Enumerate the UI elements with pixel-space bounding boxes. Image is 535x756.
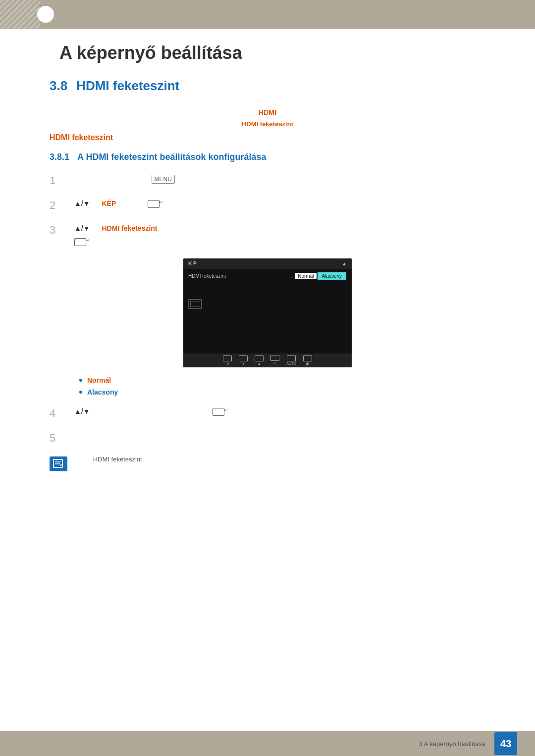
note-svg-icon xyxy=(53,459,64,469)
screen-value-normal: Normál xyxy=(295,273,317,279)
footer-chapter-text: 3 A képernyő beállítása xyxy=(419,740,485,748)
step-3-arrows: ▲/▼ xyxy=(74,224,90,232)
step-4-arrows: ▲/▼ xyxy=(74,407,90,415)
subsection-title: A HDMI feketeszint beállítások konfigurá… xyxy=(77,152,266,162)
step-5: 5 xyxy=(50,431,485,445)
step-1: 1 MENU xyxy=(50,173,485,187)
screen-mockup-container: K P ▲ HDMI feketeszint : Normál Alacsony xyxy=(50,258,485,367)
screen-btn-icon-3 xyxy=(255,355,264,361)
hdmi-intro: HDMI HDMI feketeszint HDMI feketeszint xyxy=(50,108,485,142)
step-3-highlight: HDMI feketeszint xyxy=(102,224,158,232)
screen-btn-4: ↩ xyxy=(270,355,279,365)
bullet-list: Normál Alacsony xyxy=(79,376,485,396)
hdmi-def-row: HDMI feketeszint xyxy=(50,133,485,142)
screen-btn-text-auto: AUTO xyxy=(286,362,296,365)
screen-menu-row: HDMI feketeszint : Normál Alacsony xyxy=(183,270,352,282)
note-text: HDMI feketeszint xyxy=(73,455,485,463)
screen-top-label: K P xyxy=(188,261,197,266)
page-title: A képernyő beállítása xyxy=(59,43,495,63)
screen-btn-text-power: ⏻ xyxy=(306,362,309,365)
step-2-arrows: ▲/▼ xyxy=(74,200,90,207)
step-5-content xyxy=(74,431,485,443)
step-5-num: 5 xyxy=(50,431,74,445)
step-5-text xyxy=(74,432,76,440)
note-row: HDMI feketeszint xyxy=(50,455,485,471)
menu-key: MENU xyxy=(152,175,175,184)
svg-rect-0 xyxy=(54,459,62,467)
screen-btn-auto: AUTO xyxy=(286,355,296,365)
screen-btn-text-3: ▲ xyxy=(258,362,261,365)
screen-mockup: K P ▲ HDMI feketeszint : Normál Alacsony xyxy=(183,258,352,367)
step-2: 2 ▲/▼ KÉP ↩ xyxy=(50,198,485,212)
section-title: HDMI feketeszint xyxy=(76,78,179,94)
screen-value-selected: Alacsony xyxy=(318,272,346,280)
hdmi-intro-label: HDMI feketeszint xyxy=(242,120,293,128)
page-title-area: A képernyő beállítása xyxy=(0,29,535,73)
subsection-heading: 3.8.1 A HDMI feketeszint beállítások kon… xyxy=(50,152,485,162)
section-heading: 3.8 HDMI feketeszint xyxy=(50,78,485,94)
hdmi-def-text: HDMI feketeszint xyxy=(50,133,113,142)
bullet-dot-alacsony xyxy=(79,391,82,394)
screen-btn-2: ▼ xyxy=(239,355,248,365)
hdmi-intro-center: HDMI xyxy=(50,108,485,116)
bullet-label-normal: Normál xyxy=(87,376,111,384)
step-1-num: 1 xyxy=(50,173,74,187)
bullet-label-alacsony: Alacsony xyxy=(87,388,118,396)
screen-btn-icon-auto xyxy=(287,355,296,361)
step-2-content: ▲/▼ KÉP ↩ xyxy=(74,198,485,210)
screen-btn-power: ⏻ xyxy=(303,355,312,365)
screen-top-arrow: ▲ xyxy=(342,261,347,266)
screen-btn-3: ▲ xyxy=(255,355,264,365)
screen-btn-icon-4 xyxy=(270,355,279,361)
screen-btn-1: ◄ xyxy=(223,355,232,365)
main-content: 3.8 HDMI feketeszint HDMI HDMI feketeszi… xyxy=(0,73,535,511)
screen-btn-text-2: ▼ xyxy=(242,362,245,365)
screen-menu-label: HDMI feketeszint xyxy=(188,273,290,279)
subsection-num: 3.8.1 xyxy=(50,152,69,162)
step-2-num: 2 xyxy=(50,198,74,212)
bullet-item-alacsony: Alacsony xyxy=(79,388,485,396)
note-content: HDMI feketeszint xyxy=(73,455,194,463)
footer-page-num: 43 xyxy=(494,732,517,755)
step-4-num: 4 xyxy=(50,406,74,420)
section-num: 3.8 xyxy=(50,78,67,94)
screen-bottom-bar: ◄ ▼ ▲ ↩ AUTO xyxy=(183,353,352,367)
footer: 3 A képernyő beállítása 43 xyxy=(0,731,535,756)
top-header xyxy=(0,0,535,29)
header-circle xyxy=(37,6,54,23)
step-3-num: 3 xyxy=(50,223,74,237)
note-highlight: HDMI feketeszint xyxy=(93,455,142,463)
step-4-content: ▲/▼ ↩ xyxy=(74,406,485,418)
step-4: 4 ▲/▼ ↩ xyxy=(50,406,485,420)
step-1-content: MENU xyxy=(74,173,485,185)
step-3: 3 ▲/▼ HDMI feketeszint ↩ xyxy=(50,223,485,247)
step-3-content: ▲/▼ HDMI feketeszint ↩ xyxy=(74,223,485,247)
step-4-text xyxy=(102,407,208,415)
screen-btn-icon-2 xyxy=(239,355,248,361)
screen-top-bar: K P ▲ xyxy=(183,258,352,269)
step-2-icon: ↩ xyxy=(148,200,160,208)
step-3-btn-icon: ↩ xyxy=(74,238,86,246)
screen-btn-icon-1 xyxy=(223,355,232,361)
bullet-item-normal: Normál xyxy=(79,376,485,384)
step-1-text: MENU xyxy=(74,175,217,183)
screen-btn-icon-power xyxy=(303,355,312,361)
step-2-highlight: KÉP xyxy=(102,200,116,207)
screen-left-icon xyxy=(188,298,202,309)
screen-btn-text-4: ↩ xyxy=(273,361,276,365)
step-4-btn-icon: ↩ xyxy=(213,408,224,416)
note-icon xyxy=(50,456,67,471)
bullet-dot-normal xyxy=(79,379,82,382)
screen-btn-text-1: ◄ xyxy=(226,362,229,365)
